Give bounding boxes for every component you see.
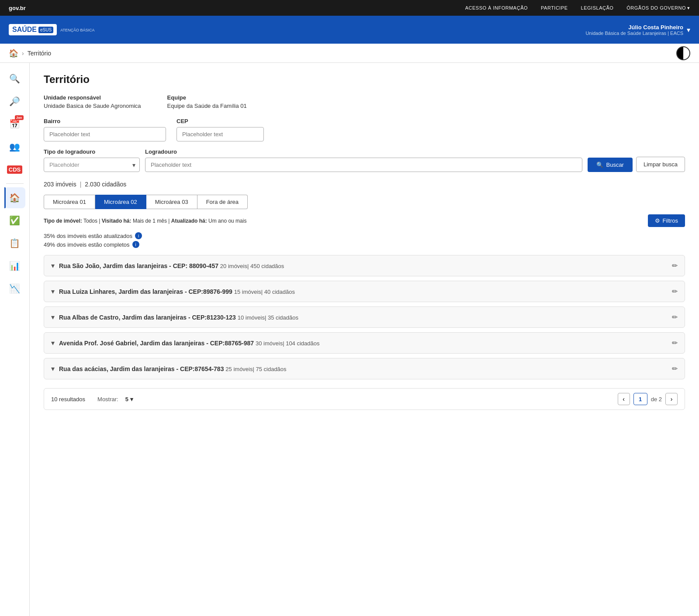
filtros-button[interactable]: ⚙ Filtros <box>648 214 685 227</box>
tab-microarea-03-label: Microárea 03 <box>155 199 188 205</box>
tipo-imovel-label: Tipo de imóvel: <box>44 218 82 224</box>
link-legislacao[interactable]: LEGISLAÇÃO <box>581 5 614 11</box>
cep-input[interactable] <box>176 127 264 141</box>
contrast-button[interactable] <box>676 46 690 60</box>
sidebar-item-reports1[interactable]: 📋 <box>4 233 25 254</box>
logradouro-group: Logradouro <box>145 148 582 172</box>
sidebar-item-citizens[interactable]: 👥 <box>4 136 25 157</box>
street-list: ▾ Rua São João, Jardim das laranjeiras -… <box>44 255 685 379</box>
show-select[interactable]: 5 ▾ <box>125 396 133 403</box>
reports1-icon: 📋 <box>9 238 20 248</box>
header: SAÚDE eSUS ATENÇÃO BÁSICA Júlio Costa Pi… <box>0 16 699 44</box>
street-item-3-left: ▾ Avenida Prof. José Gabriel, Jardim das… <box>51 339 320 347</box>
street-expand-4[interactable]: ▾ <box>51 365 55 373</box>
link-orgaos[interactable]: ÓRGÃOS DO GOVERNO ▾ <box>626 5 690 11</box>
bairro-input[interactable] <box>44 127 166 141</box>
next-page-button[interactable]: › <box>665 393 678 405</box>
unidade-group: Unidade responsável Unidade Basica de Sa… <box>44 94 141 109</box>
charts-icon: 📉 <box>9 283 20 294</box>
logo-saude: SAÚDE <box>12 26 37 34</box>
street-expand-3[interactable]: ▾ <box>51 339 55 347</box>
header-logo: SAÚDE eSUS ATENÇÃO BÁSICA <box>9 24 95 35</box>
cidadaos-count: 2.030 cidadãos <box>85 181 126 188</box>
link-acesso[interactable]: ACESSO À INFORMAÇÃO <box>465 5 528 11</box>
logradouro-label: Logradouro <box>145 148 582 155</box>
filter-bar: Tipo de imóvel: Todos | Visitado há: Mai… <box>44 214 685 227</box>
sidebar-item-reports2[interactable]: 📊 <box>4 255 25 276</box>
street-meta-1: 15 imóveis| 40 cidadãos <box>234 289 295 295</box>
gov-bar: gov.br ACESSO À INFORMAÇÃO PARTICIPE LEG… <box>0 0 699 16</box>
completos-info-icon[interactable]: i <box>132 241 139 248</box>
form-row-2: Tipo de logradouro Placeholder ▾ Logrado… <box>44 148 685 172</box>
tab-microarea-01-label: Microárea 01 <box>53 199 86 205</box>
sidebar-item-tasks[interactable]: ✅ <box>4 210 25 231</box>
results-label: 10 resultados <box>51 396 85 403</box>
street-meta-3: 30 imóveis| 104 cidadãos <box>256 340 319 347</box>
street-meta-2: 10 imóveis| 35 cidadãos <box>238 314 298 321</box>
pagination-bar: 10 resultados Mostrar: 5 ▾ ‹ 1 de 2 › <box>44 388 685 410</box>
edit-icon-3[interactable]: ✏ <box>672 339 678 347</box>
prev-page-button[interactable]: ‹ <box>618 393 630 405</box>
header-user: Júlio Costa Pinheiro Unidade Básica de S… <box>585 24 690 36</box>
logradouro-input[interactable] <box>145 158 582 172</box>
edit-icon-1[interactable]: ✏ <box>672 287 678 296</box>
logo-caption-wrap: ATENÇÃO BÁSICA <box>60 27 94 32</box>
search-buttons: 🔍 Buscar Limpar busca <box>588 157 685 172</box>
sidebar-item-territory[interactable]: 🏠 <box>4 187 25 208</box>
reports2-icon: 📊 <box>9 261 20 271</box>
form-row-1: Bairro CEP <box>44 118 685 141</box>
filtros-label: Filtros <box>663 217 678 224</box>
equipe-label: Equipe <box>167 94 247 101</box>
cds-icon: CDS <box>7 165 22 174</box>
edit-icon-2[interactable]: ✏ <box>672 313 678 321</box>
breadcrumb-current: Território <box>28 50 51 57</box>
layout: 🔍 🔎 📅 Jan 👥 CDS 🏠 ✅ 📋 📊 📉 <box>0 63 699 616</box>
atualizados-info-icon[interactable]: i <box>135 232 142 239</box>
cep-group: CEP <box>176 118 264 141</box>
street-item-1-left: ▾ Rua Luiza Linhares, Jardim das laranje… <box>51 287 295 296</box>
calendar-icon: 📅 <box>9 119 20 129</box>
unidade-label: Unidade responsável <box>44 94 141 101</box>
link-participe[interactable]: PARTICIPE <box>541 5 568 11</box>
tasks-icon: ✅ <box>9 215 20 226</box>
sidebar-item-charts[interactable]: 📉 <box>4 278 25 299</box>
edit-icon-4[interactable]: ✏ <box>672 365 678 373</box>
street-expand-0[interactable]: ▾ <box>51 262 55 270</box>
tab-microarea-01[interactable]: Microárea 01 <box>44 195 95 209</box>
visitado-label: Visitado há: <box>102 218 131 224</box>
buscar-button[interactable]: 🔍 Buscar <box>588 158 632 172</box>
show-label: Mostrar: <box>97 396 118 403</box>
sidebar-item-calendar[interactable]: 📅 Jan <box>4 114 25 134</box>
street-expand-2[interactable]: ▾ <box>51 313 55 321</box>
sidebar-divider <box>6 183 24 184</box>
user-search-icon: 🔎 <box>9 96 20 107</box>
citizens-icon: 👥 <box>9 141 20 152</box>
gov-logo: gov.br <box>9 5 26 11</box>
completos-text: 49% dos imóveis estão completos <box>44 241 130 248</box>
street-expand-1[interactable]: ▾ <box>51 287 55 296</box>
user-menu-chevron[interactable]: ▾ <box>687 26 690 34</box>
sidebar-item-search[interactable]: 🔍 <box>4 68 25 89</box>
bairro-group: Bairro <box>44 118 166 141</box>
street-item-2-left: ▾ Rua Albas de Castro, Jardim das laranj… <box>51 313 298 321</box>
edit-icon-0[interactable]: ✏ <box>672 262 678 270</box>
atualizado-label: Atualizado há: <box>171 218 207 224</box>
tab-microarea-02[interactable]: Microárea 02 <box>95 195 146 209</box>
sidebar-item-cds[interactable]: CDS <box>4 159 25 180</box>
completos-stat: 49% dos imóveis estão completos i <box>44 241 685 248</box>
filter-info: Tipo de imóvel: Todos | Visitado há: Mai… <box>44 218 246 224</box>
tabs: Microárea 01 Microárea 02 Microárea 03 F… <box>44 195 685 209</box>
search-icon: 🔍 <box>9 73 20 84</box>
user-name: Júlio Costa Pinheiro <box>585 24 683 31</box>
atualizado-value: Um ano ou mais <box>208 218 246 224</box>
street-meta-0: 20 imóveis| 450 cidadãos <box>220 263 284 269</box>
tipo-select[interactable]: Placeholder <box>44 158 140 172</box>
sidebar-item-user-search[interactable]: 🔎 <box>4 91 25 112</box>
breadcrumb-bar: 🏠 › Território <box>0 44 699 63</box>
limpar-button[interactable]: Limpar busca <box>636 157 685 172</box>
tab-microarea-03[interactable]: Microárea 03 <box>146 195 197 209</box>
home-icon[interactable]: 🏠 <box>9 48 18 58</box>
stats-divider: | <box>80 181 82 188</box>
tab-fora-area[interactable]: Fora de área <box>197 195 248 209</box>
user-info: Júlio Costa Pinheiro Unidade Básica de S… <box>585 24 683 36</box>
